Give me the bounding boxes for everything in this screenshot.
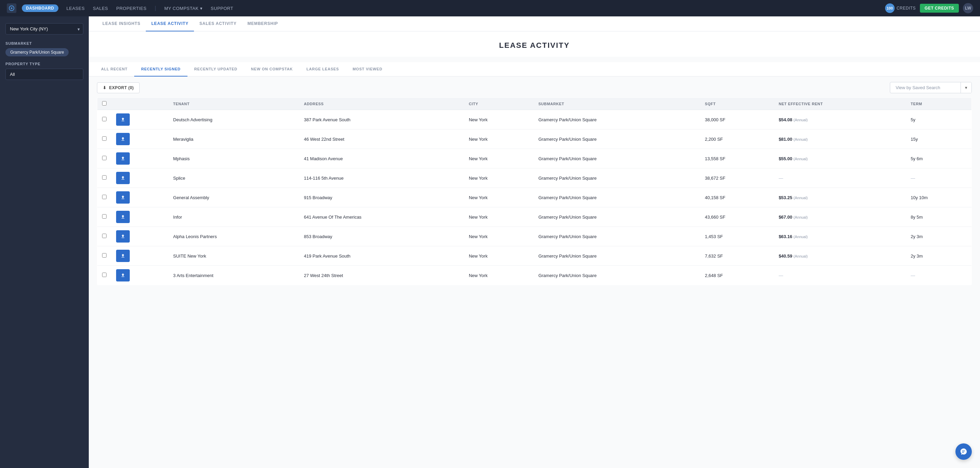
get-credits-button[interactable]: GET CREDITS [920,4,959,13]
header-checkbox-cell [97,98,112,110]
row-download-button[interactable] [116,191,130,204]
term-value: — [911,175,915,181]
address-cell: 41 Madison Avenue [299,149,464,169]
tab-all-recent[interactable]: ALL RECENT [94,62,134,76]
submarket-cell: Gramercy Park/Union Square [534,149,700,169]
tab-sales-activity[interactable]: SALES ACTIVITY [194,16,242,32]
row-checkbox-cell [97,188,112,207]
tab-membership[interactable]: MEMBERSHIP [242,16,283,32]
submarket-cell: Gramercy Park/Union Square [534,169,700,188]
city-select[interactable]: New York City (NY) [5,23,83,35]
table-body: Deutsch Advertising 387 Park Avenue Sout… [97,110,972,285]
term-cell: 2y 3m [906,227,972,246]
header-action [111,98,168,110]
rent-cell: $81.00 (Annual) [774,129,906,149]
row-download-button[interactable] [116,133,130,145]
row-download-button[interactable] [116,230,130,242]
tenant-cell: Mphasis [168,149,299,169]
saved-search-label: View by Saved Search [890,82,961,93]
submarket-cell: Gramercy Park/Union Square [534,129,700,149]
nav-right-section: 100 CREDITS GET CREDITS LW [885,3,973,13]
row-checkbox[interactable] [102,214,107,219]
row-download-button[interactable] [116,250,130,262]
row-checkbox[interactable] [102,253,107,258]
row-download-button[interactable] [116,113,130,126]
row-checkbox[interactable] [102,156,107,160]
credits-count: 100 [885,3,895,13]
row-checkbox-cell [97,246,112,266]
tab-new-on-compstak[interactable]: NEW ON COMPSTAK [244,62,299,76]
row-checkbox-cell [97,227,112,246]
nav-leases[interactable]: LEASES [67,5,85,11]
sqft-cell: 43,660 SF [700,207,774,227]
row-checkbox[interactable] [102,234,107,238]
lease-table: Tenant Address City Submarket SQFT Net E… [97,97,972,285]
export-button[interactable]: ⬇ EXPORT (0) [97,82,140,93]
term-value: — [911,273,915,278]
user-avatar[interactable]: LW [963,3,973,13]
tenant-cell: 3 Arts Entertainment [168,266,299,285]
chevron-down-icon: ▾ [200,6,203,11]
rent-value: $67.00 [778,215,792,220]
term-cell: 2y 3m [906,246,972,266]
term-value: 10y 10m [911,195,928,200]
rent-value: $81.00 [778,137,792,142]
term-cell: — [906,169,972,188]
rent-value: — [778,175,783,181]
city-cell: New York [464,227,534,246]
address-cell: 387 Park Avenue South [299,110,464,129]
page-content: LEASE ACTIVITY ALL RECENT RECENTLY SIGNE… [89,32,980,468]
row-action-cell [111,110,168,129]
top-navigation: DASHBOARD LEASES SALES PROPERTIES | MY C… [0,0,980,16]
property-type-input[interactable] [5,68,83,80]
download-icon: ⬇ [103,85,107,90]
sqft-cell: 2,200 SF [700,129,774,149]
saved-search-dropdown[interactable]: View by Saved Search ▾ [890,82,972,93]
row-download-button[interactable] [116,211,130,223]
saved-search-arrow-button[interactable]: ▾ [961,82,972,93]
term-cell: 10y 10m [906,188,972,207]
nav-support[interactable]: SUPPORT [211,5,233,11]
row-download-button[interactable] [116,269,130,282]
dashboard-button[interactable]: DASHBOARD [22,5,58,12]
row-checkbox-cell [97,110,112,129]
row-download-button[interactable] [116,152,130,165]
table-row: Infor 641 Avenue Of The Americas New Yor… [97,207,972,227]
nav-properties[interactable]: PROPERTIES [116,5,147,11]
term-cell: — [906,266,972,285]
row-checkbox[interactable] [102,195,107,199]
app-logo[interactable] [7,3,16,13]
row-download-button[interactable] [116,172,130,184]
submarket-chip[interactable]: Gramercy Park/Union Square [5,48,68,56]
nav-sales[interactable]: SALES [93,5,108,11]
term-value: 5y [911,117,915,122]
row-checkbox[interactable] [102,136,107,141]
chevron-down-icon: ▾ [965,85,967,90]
toolbar: ⬇ EXPORT (0) View by Saved Search ▾ [97,76,972,97]
rent-value: $40.59 [778,253,792,259]
select-all-checkbox[interactable] [102,101,107,105]
rent-value: — [778,273,783,278]
sqft-cell: 40,158 SF [700,188,774,207]
tab-lease-activity[interactable]: LEASE ACTIVITY [146,16,194,32]
sqft-cell: 1,453 SF [700,227,774,246]
row-checkbox[interactable] [102,117,107,121]
city-cell: New York [464,110,534,129]
nav-my-compstak[interactable]: MY COMPSTAK ▾ [164,5,202,11]
rent-cell: $54.08 (Annual) [774,110,906,129]
term-cell: 5y [906,110,972,129]
term-value: 15y [911,137,918,142]
chat-bubble-button[interactable] [955,443,972,460]
tab-recently-signed[interactable]: RECENTLY SIGNED [134,62,187,76]
tab-recently-updated[interactable]: RECENTLY UPDATED [188,62,244,76]
tab-most-viewed[interactable]: MOST VIEWED [346,62,389,76]
address-cell: 915 Broadway [299,188,464,207]
sidebar: New York City (NY) ▾ Submarket Gramercy … [0,16,89,468]
row-checkbox[interactable] [102,175,107,180]
city-cell: New York [464,246,534,266]
row-checkbox[interactable] [102,272,107,277]
city-cell: New York [464,129,534,149]
tab-lease-insights[interactable]: LEASE INSIGHTS [97,16,146,32]
tab-large-leases[interactable]: LARGE LEASES [299,62,345,76]
download-icon [121,175,125,180]
